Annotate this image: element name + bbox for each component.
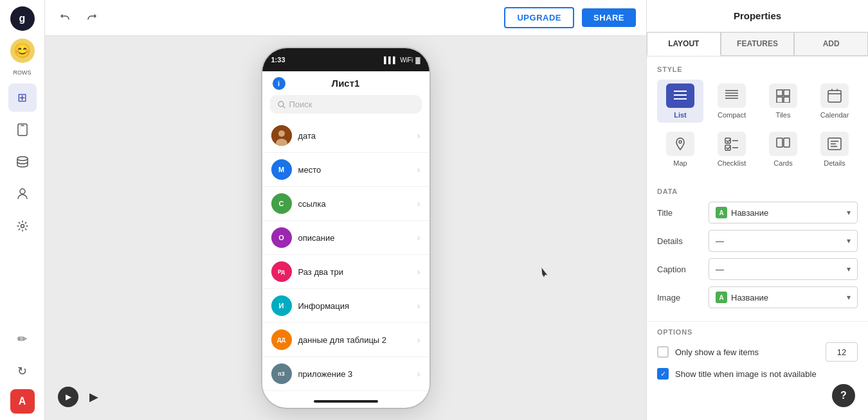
canvas-area: 1:33 ▌▌▌ WiFi ▓ i Лист1 — [45, 36, 646, 420]
checklist-style-icon — [718, 132, 746, 156]
show-title-checkbox[interactable]: ✓ — [657, 368, 669, 380]
sidebar-emoji-icon: 😊 — [10, 39, 35, 63]
top-bar: UPGRADE SHARE — [45, 0, 646, 36]
style-option-calendar[interactable]: Calendar — [811, 80, 858, 123]
list-item[interactable]: дата › — [262, 119, 429, 153]
play-button[interactable]: ▶ — [58, 387, 78, 407]
redo-button[interactable] — [81, 8, 102, 28]
style-option-compact[interactable]: Compact — [709, 80, 755, 123]
help-button[interactable]: ? — [832, 384, 855, 407]
list-item-chevron: › — [417, 232, 420, 243]
phone-content: i Лист1 Поиск — [262, 71, 429, 395]
title-field-select[interactable]: A Навзание — [709, 202, 858, 223]
svg-rect-18 — [784, 90, 790, 96]
list-item-text: место — [298, 165, 411, 175]
style-option-map[interactable]: Map — [657, 128, 703, 171]
sidebar-item-table[interactable]: ⊞ — [8, 83, 37, 112]
style-option-checklist[interactable]: Checklist — [709, 128, 755, 171]
sidebar-item-pen[interactable]: ✏ — [8, 325, 37, 353]
mouse-cursor — [540, 266, 550, 280]
svg-rect-21 — [828, 91, 841, 102]
calendar-style-icon — [820, 83, 849, 108]
image-field-select[interactable]: A Название — [709, 286, 858, 308]
sidebar-item-data[interactable] — [8, 148, 37, 176]
user-avatar-button[interactable]: A — [10, 389, 35, 414]
svg-rect-20 — [784, 97, 790, 103]
list-item-chevron: › — [417, 130, 420, 141]
data-field-caption: Caption — — [657, 258, 858, 280]
only-few-label: Only show a few items — [675, 347, 819, 357]
phone-mockup: 1:33 ▌▌▌ WiFi ▓ i Лист1 — [262, 48, 429, 408]
show-title-label: Show title when image is not available — [675, 369, 858, 379]
phone-status-icons: ▌▌▌ WiFi ▓ — [384, 57, 420, 64]
data-section-title: DATA — [657, 188, 858, 195]
caption-field-select[interactable]: — — [709, 258, 858, 280]
share-button[interactable]: SHARE — [582, 8, 636, 27]
phone-time: 1:33 — [271, 56, 285, 64]
data-field-details: Details — — [657, 230, 858, 252]
phone-notch — [314, 48, 378, 65]
style-section: STYLE List — [647, 57, 868, 181]
sidebar-item-user[interactable] — [8, 180, 37, 208]
style-option-cards[interactable]: Cards — [760, 128, 806, 171]
svg-rect-19 — [777, 97, 782, 103]
tab-add[interactable]: ADD — [794, 32, 868, 56]
tiles-style-icon — [769, 83, 797, 108]
home-indicator — [314, 400, 378, 403]
playback-controls: ▶ ▶ — [58, 387, 103, 407]
options-section-title: OPTIONS — [657, 328, 858, 336]
only-few-checkbox[interactable] — [657, 346, 669, 358]
list-item-avatar: п3 — [271, 363, 292, 384]
list-item[interactable]: М место › — [262, 153, 429, 187]
phone-list: дата › М место › С ссылка › О — [262, 119, 429, 395]
list-item-avatar: ДД — [271, 329, 292, 350]
list-item[interactable]: п3 приложение 3 › — [262, 357, 429, 391]
left-sidebar: g 😊 ROWS ⊞ ✏ ↻ A — [0, 0, 45, 420]
svg-line-6 — [283, 106, 285, 108]
few-items-count[interactable] — [826, 342, 858, 362]
cursor-button[interactable]: ▶ — [85, 388, 103, 406]
phone-header: i Лист1 — [262, 71, 429, 92]
list-item[interactable]: И Информация › — [262, 289, 429, 323]
data-field-title: Title A Навзание — [657, 202, 858, 223]
list-item-avatar: С — [271, 193, 292, 214]
app-logo: g — [10, 6, 35, 31]
sidebar-item-settings[interactable] — [8, 212, 37, 240]
list-item-text: данные для таблицы 2 — [298, 335, 411, 345]
sidebar-item-refresh[interactable]: ↻ — [8, 357, 37, 385]
list-item-text: Раз два три — [298, 267, 411, 277]
list-item-chevron: › — [417, 301, 420, 311]
list-item[interactable]: ДД данные для таблицы 2 › — [262, 323, 429, 357]
list-item-text: ссылка — [298, 199, 411, 209]
details-style-icon — [820, 132, 849, 156]
style-section-title: STYLE — [657, 66, 858, 73]
undo-button[interactable] — [55, 8, 76, 28]
option-only-few-items: Only show a few items — [657, 342, 858, 362]
style-option-label: Calendar — [820, 111, 849, 119]
style-option-details[interactable]: Details — [811, 128, 858, 171]
panel-tabs: LAYOUT FEATURES ADD — [647, 32, 868, 57]
phone-search-placeholder: Поиск — [289, 100, 312, 109]
phone-search-bar[interactable]: Поиск — [270, 95, 422, 114]
list-item[interactable]: Рд Раз два три › — [262, 255, 429, 289]
svg-point-2 — [17, 157, 28, 161]
details-field-select[interactable]: — — [709, 230, 858, 252]
list-item-text: дата — [298, 131, 411, 141]
tab-layout[interactable]: LAYOUT — [647, 32, 721, 56]
list-item[interactable]: О описание › — [262, 221, 429, 255]
data-section: DATA Title A Навзание Details — Caption — [647, 181, 868, 321]
upgrade-button[interactable]: UPGRADE — [504, 7, 574, 28]
style-option-label: Details — [824, 159, 845, 167]
style-option-label: List — [674, 111, 687, 119]
svg-point-3 — [20, 189, 25, 194]
undo-redo-group — [55, 8, 102, 28]
phone-sheet-title: Лист1 — [332, 78, 360, 89]
style-option-tiles[interactable]: Tiles — [760, 80, 806, 123]
tab-features[interactable]: FEATURES — [721, 32, 795, 56]
style-option-label: Cards — [773, 159, 792, 167]
list-item-avatar — [271, 125, 292, 146]
option-show-title: ✓ Show title when image is not available — [657, 368, 858, 380]
sidebar-item-mobile[interactable] — [8, 116, 37, 144]
style-option-list[interactable]: List — [657, 80, 703, 123]
list-item[interactable]: С ссылка › — [262, 187, 429, 221]
